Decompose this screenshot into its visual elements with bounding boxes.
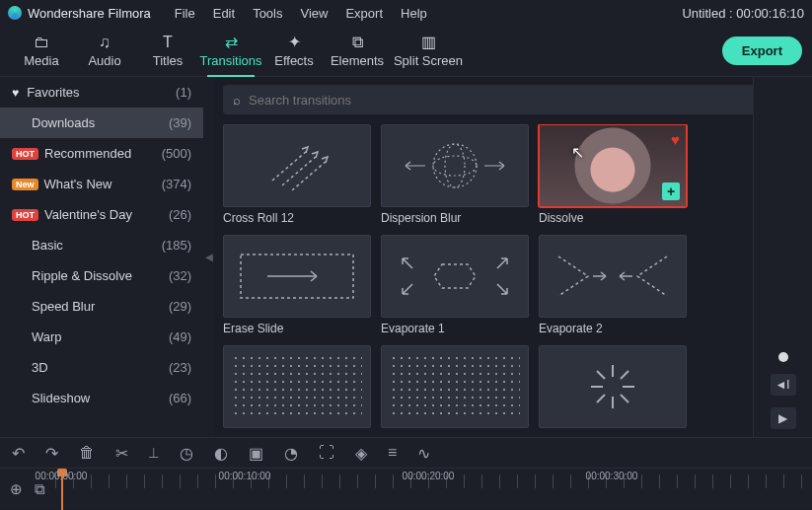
elements-icon: ⧉	[352, 35, 363, 50]
svg-line-18	[621, 395, 628, 402]
transition-dots-1[interactable]	[223, 345, 371, 432]
doc-title: Untitled	[682, 6, 725, 21]
add-track-icon[interactable]: ⊕	[10, 480, 23, 498]
tab-transitions[interactable]: ⇄Transitions	[199, 26, 262, 77]
green-screen-icon[interactable]: ▣	[249, 444, 263, 463]
hot-badge: HOT	[12, 209, 38, 221]
transition-evaporate-1[interactable]: Evaporate 1	[381, 235, 529, 335]
sidebar-item-speed-blur[interactable]: Speed Blur (29)	[0, 291, 203, 322]
redo-icon[interactable]: ↷	[45, 444, 58, 463]
sidebar-item-warp[interactable]: Warp (49)	[0, 322, 203, 352]
sidebar-item-recommended[interactable]: HOT Recommended (500)	[0, 138, 203, 169]
tab-titles[interactable]: TTitles	[136, 26, 199, 77]
folder-icon: 🗀	[34, 35, 49, 50]
sidebar-item-favorites[interactable]: ♥ Favorites (1)	[0, 77, 203, 108]
playhead-dot-icon[interactable]	[778, 352, 788, 362]
crop-icon[interactable]: ⟂	[149, 444, 159, 462]
category-tabs: 🗀Media ♫Audio TTitles ⇄Transitions ✦Effe…	[0, 26, 812, 77]
ruler-mark: 00:00:20:00	[403, 471, 455, 481]
splitscreen-icon: ▥	[421, 35, 436, 50]
ruler-mark: 00:00:30:00	[586, 471, 638, 481]
menu-file[interactable]: File	[175, 6, 195, 21]
doc-timecode: 00:00:16:10	[736, 6, 804, 21]
keyframe-icon[interactable]: ◈	[355, 444, 367, 463]
timeline-toolbar: ↶ ↷ 🗑 ✂ ⟂ ◷ ◐ ▣ ◔ ⛶ ◈ ≡ ∿	[0, 437, 812, 468]
color-icon[interactable]: ◐	[214, 444, 228, 463]
heart-icon: ♥	[12, 86, 19, 100]
transition-erase-slide[interactable]: Erase Slide	[223, 235, 371, 335]
main-menu: File Edit Tools View Export Help	[175, 6, 427, 21]
menu-view[interactable]: View	[300, 6, 328, 21]
new-badge: New	[12, 179, 38, 190]
sidebar-item-ripple-dissolve[interactable]: Ripple & Dissolve (32)	[0, 260, 203, 291]
sidebar: ♥ Favorites (1) Downloads (39) HOT Recom…	[0, 77, 203, 437]
favorite-heart-icon[interactable]: ♥	[671, 131, 680, 148]
svg-line-17	[597, 371, 605, 379]
transition-spark[interactable]	[539, 345, 687, 432]
menu-help[interactable]: Help	[401, 6, 427, 21]
svg-point-5	[445, 144, 465, 187]
tab-split-screen[interactable]: ▥Split Screen	[389, 26, 468, 77]
menu-edit[interactable]: Edit	[213, 6, 235, 21]
transition-evaporate-2[interactable]: Evaporate 2	[539, 235, 687, 335]
transition-dots-2[interactable]	[381, 345, 529, 432]
search-icon: ⌕	[233, 93, 241, 108]
sidebar-item-slideshow[interactable]: Slideshow (66)	[0, 383, 203, 413]
step-back-button[interactable]: ◄Ⅰ	[771, 374, 796, 396]
expand-icon[interactable]: ⛶	[319, 444, 334, 462]
transitions-grid: Cross Roll 12 Dispersion Blur	[223, 124, 804, 432]
svg-line-1	[282, 156, 317, 185]
svg-line-0	[272, 151, 307, 181]
tab-effects[interactable]: ✦Effects	[262, 26, 326, 77]
adjust-icon[interactable]: ≡	[388, 444, 397, 462]
svg-line-19	[621, 371, 628, 379]
link-icon[interactable]: ⧉	[35, 480, 45, 498]
add-transition-button[interactable]: +	[662, 182, 680, 200]
svg-line-2	[292, 161, 327, 190]
search-input[interactable]	[249, 93, 775, 108]
search-bar[interactable]: ⌕	[223, 85, 784, 114]
title-bar: Wondershare Filmora File Edit Tools View…	[0, 0, 812, 26]
tab-media[interactable]: 🗀Media	[10, 26, 73, 77]
hot-badge: HOT	[12, 148, 38, 160]
app-name: Wondershare Filmora	[28, 6, 151, 21]
sidebar-item-valentines[interactable]: HOT Valentine's Day (26)	[0, 199, 203, 230]
export-button[interactable]: Export	[722, 36, 802, 65]
text-icon: T	[163, 35, 173, 50]
effects-icon: ✦	[288, 35, 301, 50]
sidebar-item-whats-new[interactable]: New What's New (374)	[0, 169, 203, 199]
ruler-mark: 00:00:10:00	[219, 471, 271, 481]
content-panel: ⌕ ▦ Cross Roll 12	[215, 77, 812, 437]
menu-tools[interactable]: Tools	[253, 6, 282, 21]
ruler-mark: 00:00:00:00	[36, 471, 88, 481]
music-icon: ♫	[99, 35, 111, 50]
timeline-ruler[interactable]: 00:00:00:00 00:00:10:00 00:00:20:00 00:0…	[55, 469, 812, 510]
tab-elements[interactable]: ⧉Elements	[326, 26, 389, 77]
sidebar-item-downloads[interactable]: Downloads (39)	[0, 108, 203, 138]
cut-icon[interactable]: ✂	[115, 444, 128, 463]
document-status: Untitled : 00:00:16:10	[682, 6, 804, 21]
timeline[interactable]: ⊕ ⧉ 00:00:00:00 00:00:10:00 00:00:20:00 …	[0, 468, 812, 509]
svg-point-3	[433, 144, 477, 187]
svg-marker-10	[434, 264, 476, 288]
menu-export[interactable]: Export	[345, 6, 383, 21]
duration-icon[interactable]: ◔	[284, 444, 298, 463]
app-logo-icon	[8, 6, 22, 20]
tab-audio[interactable]: ♫Audio	[73, 26, 136, 77]
sidebar-collapse-handle[interactable]: ◄	[203, 77, 215, 437]
transition-dispersion-blur[interactable]: Dispersion Blur	[381, 124, 529, 225]
transition-cross-roll-12[interactable]: Cross Roll 12	[223, 124, 371, 225]
sidebar-item-basic[interactable]: Basic (185)	[0, 230, 203, 260]
step-fwd-button[interactable]: ▶	[771, 407, 796, 429]
sidebar-item-3d[interactable]: 3D (23)	[0, 352, 203, 383]
undo-icon[interactable]: ↶	[12, 444, 25, 463]
svg-point-4	[433, 156, 477, 176]
delete-icon[interactable]: 🗑	[79, 444, 95, 462]
audio-wave-icon[interactable]: ∿	[417, 444, 430, 463]
svg-line-20	[597, 395, 605, 402]
cursor-icon: ↖	[571, 143, 584, 162]
speed-icon[interactable]: ◷	[180, 444, 193, 463]
preview-panel: ◄Ⅰ ▶	[753, 77, 812, 437]
transitions-icon: ⇄	[225, 35, 238, 50]
transition-dissolve[interactable]: ↖ ♥ + Dissolve	[539, 124, 687, 225]
